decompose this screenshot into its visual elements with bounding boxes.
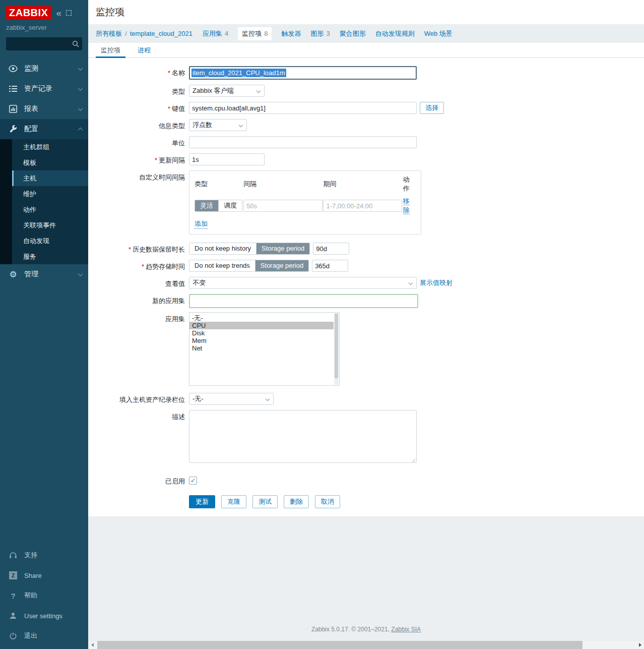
scrollbar-thumb[interactable] xyxy=(97,641,583,649)
custom-period-input[interactable] xyxy=(323,200,402,212)
sidebar-subitem-maintenance[interactable]: 维护 xyxy=(12,186,88,202)
sidebar-item-logout[interactable]: 退出 xyxy=(0,626,88,646)
add-interval-link[interactable]: 添加 xyxy=(195,219,208,229)
tab-item[interactable]: 监控项 xyxy=(96,43,125,57)
sidebar-item-label: 报表 xyxy=(24,104,79,113)
new-application-input[interactable] xyxy=(189,294,418,308)
applications-listbox: -无- CPU Disk Mem Net xyxy=(189,312,340,386)
inventory-select[interactable]: -无- xyxy=(189,393,274,405)
tab-count: 4 xyxy=(225,30,228,37)
description-label: 描述 xyxy=(92,410,189,422)
tab-applications[interactable]: 应用集4 xyxy=(203,29,228,38)
sidebar-subitem-hosts[interactable]: 主机 xyxy=(12,170,88,186)
type-label: 类型 xyxy=(92,85,189,96)
trends-storage-period-option[interactable]: Storage period xyxy=(255,260,308,271)
footer-zabbix-sia-link[interactable]: Zabbix SIA xyxy=(391,626,421,633)
sidebar-subitem-host-groups[interactable]: 主机群组 xyxy=(12,139,88,155)
chevron-down-icon xyxy=(256,89,261,93)
test-button[interactable]: 测试 xyxy=(252,495,278,508)
trends-label: *趋势存储时间 xyxy=(92,260,189,271)
sidebar-item-label: 支持 xyxy=(24,551,82,560)
sidebar-item-monitoring[interactable]: 监测 xyxy=(0,58,88,79)
application-option-mem[interactable]: Mem xyxy=(189,337,334,344)
type-select[interactable]: Zabbix 客户端 xyxy=(189,85,265,97)
breadcrumb-template-name[interactable]: template_cloud_2021 xyxy=(130,30,192,37)
application-option-disk[interactable]: Disk xyxy=(189,329,334,337)
tab-graphs[interactable]: 图形3 xyxy=(310,29,330,38)
scroll-right-arrow[interactable] xyxy=(636,641,644,649)
cancel-button[interactable]: 取消 xyxy=(315,495,340,508)
col-type: 类型 xyxy=(195,180,243,192)
sidebar-subitem-discovery[interactable]: 自动发现 xyxy=(12,233,88,249)
sidebar-search xyxy=(6,37,82,50)
sidebar-item-label: 帮助 xyxy=(24,591,82,600)
chevron-down-icon xyxy=(409,281,413,285)
tab-count: 3 xyxy=(326,30,330,37)
remove-interval-link[interactable]: 移除 xyxy=(403,197,410,214)
application-option-none[interactable]: -无- xyxy=(189,314,334,322)
search-input[interactable] xyxy=(6,37,82,50)
sidebar-subitem-services[interactable]: 服务 xyxy=(12,249,88,264)
sidebar-item-inventory[interactable]: 资产记录 xyxy=(0,79,88,99)
show-value-label: 查看值 xyxy=(92,277,189,288)
tab-web-scenarios[interactable]: Web 场景 xyxy=(424,29,453,38)
clone-button[interactable]: 克隆 xyxy=(221,495,246,508)
do-not-keep-trends-option[interactable]: Do not keep trends xyxy=(189,260,255,271)
listbox-scrollbar[interactable] xyxy=(334,313,339,385)
required-marker: * xyxy=(142,263,144,270)
sidebar-subitem-templates[interactable]: 模板 xyxy=(12,155,88,170)
sidebar-subitem-event-correlation[interactable]: 关联项事件 xyxy=(12,217,88,233)
description-textarea[interactable] xyxy=(189,410,417,463)
application-option-cpu[interactable]: CPU xyxy=(189,322,334,329)
value-type-select[interactable]: 浮点数 xyxy=(189,119,247,131)
sidebar-item-share[interactable]: Z Share xyxy=(0,565,88,585)
scheduling-option[interactable]: 调度 xyxy=(219,200,242,211)
zabbix-logo[interactable]: ZABBIX xyxy=(6,6,51,20)
sidebar-item-configuration[interactable]: 配置 xyxy=(0,119,88,139)
listbox-scrollbar-thumb[interactable] xyxy=(335,314,338,378)
name-input[interactable]: item_cloud_2021_CPU_load1m xyxy=(189,66,417,80)
tab-triggers[interactable]: 触发器 xyxy=(281,29,301,38)
breadcrumb-all-templates[interactable]: 所有模板 xyxy=(96,29,122,38)
tab-screens[interactable]: 聚合图形 xyxy=(340,29,366,38)
app-window: ZABBIX « zabbix_server 监测 资产记录 报表 xyxy=(0,0,644,649)
sidebar-item-user-settings[interactable]: User settings xyxy=(0,606,88,626)
enabled-checkbox[interactable]: ✓ xyxy=(189,477,197,485)
flexible-option[interactable]: 灵活 xyxy=(195,200,219,211)
scroll-left-arrow[interactable] xyxy=(88,641,96,649)
sidebar-item-administration[interactable]: ⚙ 管理 xyxy=(0,264,88,284)
sidebar-item-help[interactable]: ? 帮助 xyxy=(0,585,88,606)
show-value-mappings-link[interactable]: 展示值映射 xyxy=(420,278,453,287)
chevron-down-icon xyxy=(78,271,83,276)
history-period-input[interactable] xyxy=(313,243,349,255)
sidebar-item-support[interactable]: 支持 xyxy=(0,545,88,565)
sidebar-spacer xyxy=(0,284,88,545)
scrollbar-track[interactable] xyxy=(96,641,636,649)
history-segmented: Do not keep history Storage period xyxy=(189,243,310,255)
do-not-keep-history-option[interactable]: Do not keep history xyxy=(189,243,256,254)
update-interval-input[interactable] xyxy=(189,153,265,165)
history-storage-period-option[interactable]: Storage period xyxy=(256,243,309,254)
sidebar-subitem-actions[interactable]: 动作 xyxy=(12,202,88,217)
units-input[interactable] xyxy=(189,136,417,148)
key-select-button[interactable]: 选择 xyxy=(420,102,444,114)
footer-version-text: Zabbix 5.0.17. © 2001–2021, xyxy=(311,626,390,633)
show-value-select[interactable]: 不变 xyxy=(189,277,417,289)
tab-items[interactable]: 监控项8 xyxy=(238,27,272,40)
custom-intervals-label: 自定义时间间隔 xyxy=(92,170,189,182)
tab-discovery-rules[interactable]: 自动发现规则 xyxy=(375,29,415,38)
collapse-sidebar-icon[interactable]: « xyxy=(56,8,61,18)
sidebar-footer-menu: 支持 Z Share ? 帮助 User settings 退出 xyxy=(0,545,88,649)
update-button[interactable]: 更新 xyxy=(189,495,215,508)
chevron-down-icon xyxy=(78,66,83,71)
sidebar-item-reports[interactable]: 报表 xyxy=(0,99,88,119)
key-input[interactable] xyxy=(189,102,417,114)
trends-period-input[interactable] xyxy=(312,260,348,272)
expand-sidebar-icon[interactable] xyxy=(66,10,72,16)
question-mark-icon: ? xyxy=(7,592,19,600)
custom-interval-input[interactable] xyxy=(243,200,323,212)
application-option-net[interactable]: Net xyxy=(189,344,334,352)
delete-button[interactable]: 删除 xyxy=(284,495,309,508)
col-action: 动作 xyxy=(403,175,416,197)
tab-preprocessing[interactable]: 进程 xyxy=(133,43,156,57)
